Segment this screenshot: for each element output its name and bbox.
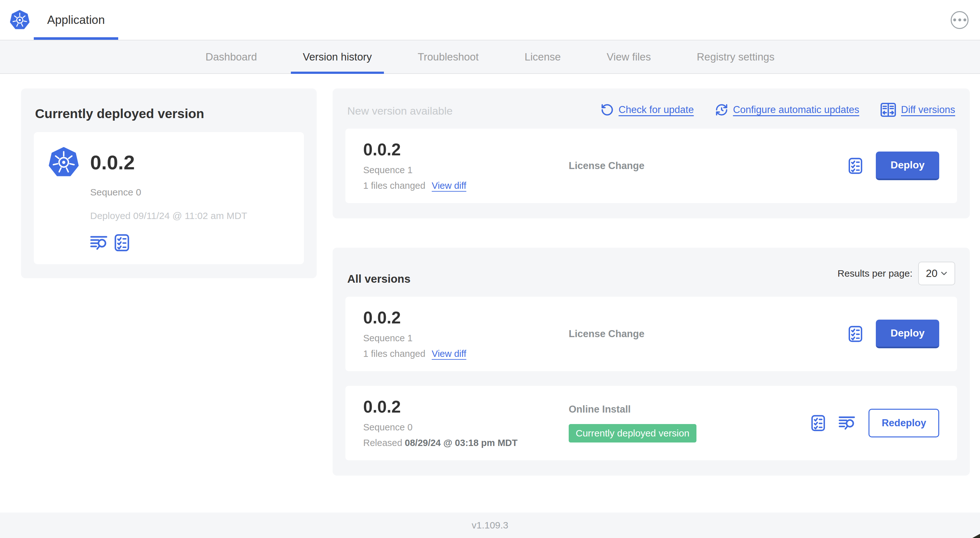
row-sequence: Sequence 1 <box>363 165 569 175</box>
deployed-timestamp: Deployed 09/11/24 @ 11:02 am MDT <box>90 210 290 221</box>
version-row-sequence-1: 0.0.2 Sequence 1 1 files changed View di… <box>345 297 957 371</box>
deployed-sequence: Sequence 0 <box>90 187 290 198</box>
new-version-row: 0.0.2 Sequence 1 1 files changed View di… <box>345 129 957 203</box>
row-version-number: 0.0.2 <box>363 309 569 326</box>
logs-icon <box>90 235 107 251</box>
row-version-number: 0.0.2 <box>363 141 569 158</box>
refresh-icon <box>601 103 614 116</box>
currently-deployed-badge: Currently deployed version <box>569 424 697 443</box>
right-column: New version available Check for update C… <box>332 89 970 476</box>
version-source-label: Online Install <box>569 404 631 415</box>
tab-dashboard[interactable]: Dashboard <box>183 40 280 73</box>
logs-icon <box>838 416 855 431</box>
app-subnav: Dashboard Version history Troubleshoot L… <box>0 40 980 74</box>
row-sequence: Sequence 1 <box>363 333 569 343</box>
deployed-version-box: 0.0.2 Sequence 0 Deployed 09/11/24 @ 11:… <box>34 132 304 264</box>
tab-version-history[interactable]: Version history <box>280 40 395 73</box>
files-changed-label: 1 files changed <box>363 181 425 191</box>
tab-license[interactable]: License <box>501 40 584 73</box>
version-row-sequence-0: 0.0.2 Sequence 0 Released 08/29/24 @ 03:… <box>345 386 957 460</box>
chevron-down-icon <box>939 269 949 278</box>
currently-deployed-card: Currently deployed version 0.0.2 Sequenc… <box>21 89 317 278</box>
checklist-icon <box>848 157 862 174</box>
row-version-number: 0.0.2 <box>363 398 569 415</box>
tab-troubleshoot[interactable]: Troubleshoot <box>395 40 501 73</box>
new-version-section: New version available Check for update C… <box>332 89 970 218</box>
view-diff-link[interactable]: View diff <box>432 349 466 359</box>
app-tab[interactable]: Application <box>34 0 118 40</box>
deployed-version-number: 0.0.2 <box>90 151 290 174</box>
top-header: Application <box>0 0 980 40</box>
checklist-icon <box>811 415 825 432</box>
checklist-icon <box>115 234 129 251</box>
kubernetes-app-icon <box>48 147 80 178</box>
row-sequence: Sequence 0 <box>363 422 569 433</box>
check-for-update-link[interactable]: Check for update <box>601 103 694 116</box>
ellipsis-icon <box>953 19 966 21</box>
results-per-page-label: Results per page: <box>838 268 912 279</box>
released-timestamp: Released 08/29/24 @ 03:18 pm MDT <box>363 438 569 448</box>
tab-registry-settings[interactable]: Registry settings <box>674 40 797 73</box>
view-diff-link[interactable]: View diff <box>432 181 466 191</box>
overflow-menu-button[interactable] <box>951 11 969 29</box>
preflight-checks-button[interactable] <box>848 157 862 174</box>
version-source-label: License Change <box>569 160 644 171</box>
preflight-checks-button[interactable] <box>848 326 862 342</box>
all-versions-section: All versions Results per page: 20 0.0.2 … <box>332 248 970 476</box>
version-source-label: License Change <box>569 328 644 340</box>
deploy-button[interactable]: Deploy <box>876 320 939 348</box>
preflight-checks-button[interactable] <box>115 234 129 251</box>
preflight-checks-button[interactable] <box>811 415 825 432</box>
currently-deployed-title: Currently deployed version <box>35 106 304 121</box>
view-logs-button[interactable] <box>838 416 855 431</box>
main-content: Currently deployed version 0.0.2 Sequenc… <box>0 74 980 476</box>
kubernetes-logo-icon <box>10 10 30 30</box>
results-per-page-select[interactable]: 20 <box>918 262 955 285</box>
deploy-button[interactable]: Deploy <box>876 152 939 180</box>
configure-automatic-updates-link[interactable]: Configure automatic updates <box>715 103 859 116</box>
app-title: Application <box>47 13 105 27</box>
view-logs-button[interactable] <box>90 235 107 251</box>
all-versions-title: All versions <box>347 273 410 285</box>
clock-refresh-icon <box>715 103 728 116</box>
checklist-icon <box>848 326 862 342</box>
page-footer: v1.109.3 <box>0 513 980 538</box>
diff-versions-link[interactable]: Diff versions <box>880 103 955 117</box>
redeploy-button[interactable]: Redeploy <box>869 409 939 437</box>
tab-view-files[interactable]: View files <box>584 40 674 73</box>
files-changed-label: 1 files changed <box>363 349 425 359</box>
diff-icon <box>880 103 896 117</box>
console-version: v1.109.3 <box>471 520 508 531</box>
new-version-title: New version available <box>347 105 453 117</box>
